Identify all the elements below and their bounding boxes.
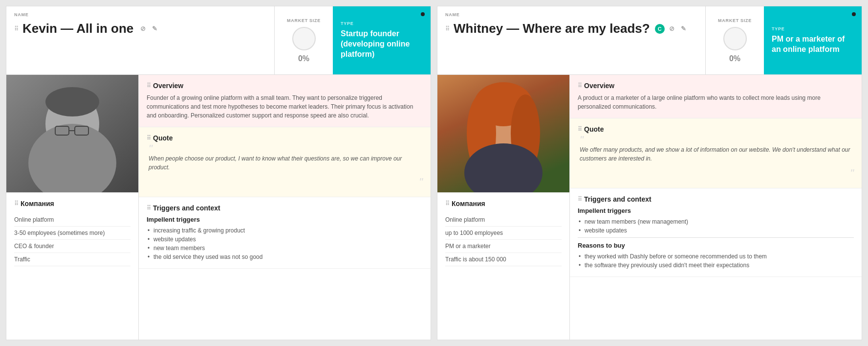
edit-icon-whitney[interactable]: ✎	[679, 24, 688, 33]
market-pct-kevin: 0%	[298, 54, 309, 63]
trigger-item-0-whitney: new team members (new management)	[578, 217, 854, 226]
quote-section-kevin: ⠿ Quote " When people choose our product…	[139, 127, 431, 197]
triggers-list-kevin: increasing traffic & growing product web…	[147, 226, 423, 261]
company-item-2-whitney: PM or a marketer	[445, 240, 562, 253]
drag-handle-triggers-kevin: ⠿	[147, 205, 150, 211]
header-main-kevin: NAME ⠿ Kevin — All in one ⊘ ✎	[6, 6, 274, 74]
persona-photo-whitney	[437, 75, 569, 192]
persona-photo-kevin	[6, 75, 138, 192]
quote-text-kevin: " When people choose our product, I want…	[147, 146, 423, 190]
header-main-whitney: NAME ⠿ Whitney — Where are my leads? C ⊘…	[437, 6, 705, 74]
quote-close-kevin: "	[149, 174, 423, 190]
overview-title-kevin: ⠿ Overview	[147, 82, 423, 90]
header-type-kevin: TYPE Startup founder (developing online …	[333, 6, 431, 74]
trigger-item-1-whitney: website updates	[578, 226, 854, 235]
quote-text-whitney: " We offer many products, and we show a …	[578, 137, 854, 181]
card-right-kevin: ⠿ Overview Founder of a growing online p…	[138, 75, 431, 340]
trigger-item-1-kevin: website updates	[147, 235, 423, 244]
overview-title-whitney: ⠿ Overview	[578, 82, 854, 90]
persona-card-whitney: NAME ⠿ Whitney — Where are my leads? C ⊘…	[437, 6, 862, 340]
card-header-kevin: NAME ⠿ Kevin — All in one ⊘ ✎ MARKET SIZ…	[6, 6, 431, 75]
type-label-kevin: TYPE	[341, 21, 423, 26]
overview-text-whitney: A product or a marketer of a large onlin…	[578, 93, 854, 111]
card-header-whitney: NAME ⠿ Whitney — Where are my leads? C ⊘…	[437, 6, 862, 75]
header-title-whitney: ⠿ Whitney — Where are my leads? C ⊘ ✎	[445, 21, 697, 36]
reason-item-0-whitney: they worked with Dashly before or someon…	[578, 252, 854, 261]
type-value-whitney: PM or a marketer of an online platform	[772, 34, 854, 55]
header-icons-whitney: C ⊘ ✎	[655, 24, 688, 34]
trigger-item-3-kevin: the old service they used was not so goo…	[147, 253, 423, 261]
persona-name-kevin: Kevin — All in one	[22, 21, 133, 36]
persona-name-whitney: Whitney — Where are my leads?	[454, 21, 650, 36]
drag-handle-whitney: ⠿	[445, 25, 449, 32]
type-dot-kevin	[421, 12, 425, 16]
trigger-item-0-kevin: increasing traffic & growing product	[147, 226, 423, 235]
market-label-kevin: MARKET SIZE	[287, 18, 321, 23]
overview-section-whitney: ⠿ Overview A product or a marketer of a …	[570, 75, 862, 118]
quote-open-kevin: "	[149, 146, 423, 151]
header-title-kevin: ⠿ Kevin — All in one ⊘ ✎	[14, 21, 266, 36]
company-item-0-whitney: Online platform	[445, 213, 562, 227]
impellent-label-whitney: Impellent triggers	[578, 207, 854, 214]
quote-title-whitney: ⠿ Quote	[578, 125, 854, 133]
name-label-whitney: NAME	[445, 12, 697, 17]
company-header-kevin: ⠿ Компания	[14, 200, 130, 208]
market-pct-whitney: 0%	[729, 54, 740, 63]
share-icon-kevin[interactable]: ⊘	[138, 24, 147, 33]
share-icon-whitney[interactable]: ⊘	[668, 24, 676, 33]
overview-text-kevin: Founder of a growing online platform wit…	[147, 93, 423, 120]
card-left-whitney: ⠿ Компания Online platform up to 1000 em…	[437, 75, 569, 340]
header-type-whitney: TYPE PM or a marketer of an online platf…	[764, 6, 862, 74]
card-body-kevin: ⠿ Компания Online platform 3-50 employee…	[6, 75, 431, 340]
company-section-whitney: ⠿ Компания Online platform up to 1000 em…	[437, 192, 569, 340]
triggers-section-kevin: ⠿ Triggers and context Impellent trigger…	[139, 197, 431, 269]
sync-icon-whitney[interactable]: C	[655, 24, 665, 34]
market-circle-whitney	[723, 27, 747, 50]
name-label-kevin: NAME	[14, 12, 266, 17]
type-label-whitney: TYPE	[772, 26, 854, 31]
company-item-3-whitney: Traffic is about 150 000	[445, 253, 562, 266]
company-item-3-kevin: Traffic	[14, 253, 130, 266]
header-market-whitney: MARKET SIZE 0%	[705, 6, 764, 74]
drag-handle-company-kevin: ⠿	[14, 200, 18, 207]
reasons-list-whitney: they worked with Dashly before or someon…	[578, 252, 854, 270]
type-value-kevin: Startup founder (developing online platf…	[341, 29, 423, 59]
persona-card-kevin: NAME ⠿ Kevin — All in one ⊘ ✎ MARKET SIZ…	[6, 6, 431, 340]
triggers-section-whitney: ⠿ Triggers and context Impellent trigger…	[570, 188, 862, 277]
trigger-item-2-kevin: new team members	[147, 244, 423, 253]
drag-handle-kevin: ⠿	[14, 25, 18, 32]
quote-open-whitney: "	[580, 137, 854, 142]
reason-item-1-whitney: the software they previously used didn't…	[578, 261, 854, 270]
triggers-title-kevin: ⠿ Triggers and context	[147, 204, 423, 212]
card-right-whitney: ⠿ Overview A product or a marketer of a …	[569, 75, 862, 340]
quote-title-kevin: ⠿ Quote	[147, 134, 423, 142]
drag-handle-company-whitney: ⠿	[445, 200, 449, 207]
company-item-1-kevin: 3-50 employees (sometimes more)	[14, 227, 130, 240]
company-header-whitney: ⠿ Компания	[445, 200, 562, 208]
triggers-title-whitney: ⠿ Triggers and context	[578, 195, 854, 203]
drag-handle-quote-kevin: ⠿	[147, 135, 150, 141]
reasons-label-whitney: Reasons to buy	[578, 242, 854, 249]
header-market-kevin: MARKET SIZE 0%	[274, 6, 333, 74]
quote-close-whitney: "	[580, 165, 854, 181]
drag-handle-triggers-whitney: ⠿	[578, 196, 581, 203]
impellent-label-kevin: Impellent triggers	[147, 216, 423, 223]
company-item-1-whitney: up to 1000 employees	[445, 227, 562, 240]
company-title-whitney: Компания	[452, 200, 485, 208]
quote-section-whitney: ⠿ Quote " We offer many products, and we…	[570, 118, 862, 188]
drag-handle-overview-whitney: ⠿	[578, 82, 581, 89]
drag-handle-quote-whitney: ⠿	[578, 126, 581, 133]
card-body-whitney: ⠿ Компания Online platform up to 1000 em…	[437, 75, 862, 340]
market-label-whitney: MARKET SIZE	[718, 18, 752, 23]
edit-icon-kevin[interactable]: ✎	[150, 24, 159, 33]
type-dot-whitney	[852, 12, 856, 16]
svg-point-7	[45, 87, 99, 116]
overview-section-kevin: ⠿ Overview Founder of a growing online p…	[139, 75, 431, 127]
card-left-kevin: ⠿ Компания Online platform 3-50 employee…	[6, 75, 138, 340]
company-title-kevin: Компания	[21, 200, 54, 208]
drag-handle-overview-kevin: ⠿	[147, 82, 150, 89]
header-icons-kevin: ⊘ ✎	[138, 24, 159, 33]
company-item-0-kevin: Online platform	[14, 213, 130, 227]
triggers-list-whitney: new team members (new management) websit…	[578, 217, 854, 235]
market-circle-kevin	[292, 27, 316, 50]
